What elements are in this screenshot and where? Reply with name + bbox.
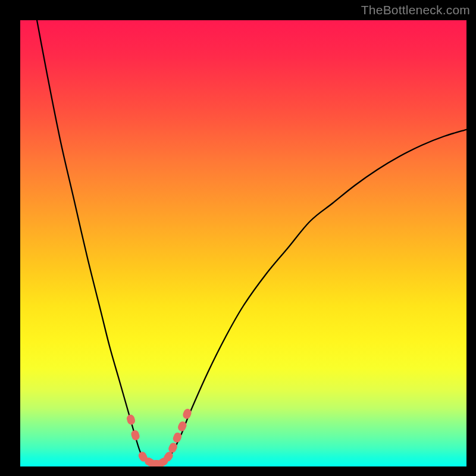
curve-layer	[20, 20, 466, 466]
mismatch-curve	[20, 20, 466, 465]
marker-pill	[130, 429, 141, 441]
plateau-markers	[126, 408, 192, 466]
watermark-text: TheBottleneck.com	[361, 3, 470, 17]
curve-path	[20, 20, 466, 465]
marker-pill	[126, 414, 136, 425]
plot-area	[20, 20, 466, 466]
chart-frame: TheBottleneck.com	[0, 0, 476, 476]
